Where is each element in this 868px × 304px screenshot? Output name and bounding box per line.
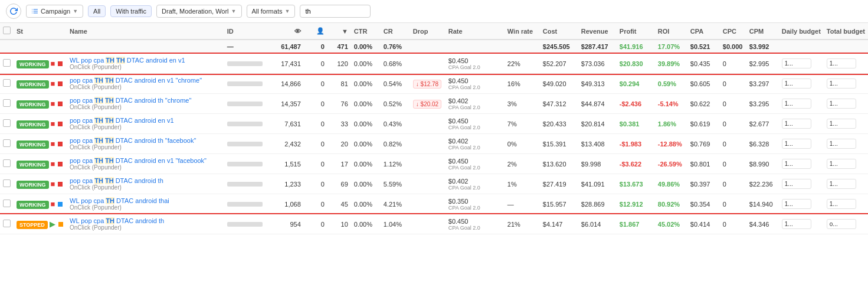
daily-budget-cell[interactable] xyxy=(779,74,824,94)
col-filter[interactable]: ▼ xyxy=(327,23,351,40)
total-budget-cell[interactable] xyxy=(824,154,868,174)
daily-budget-cell[interactable] xyxy=(779,214,824,234)
row-checkbox[interactable] xyxy=(3,179,11,187)
formats-dropdown[interactable]: All formats ▼ xyxy=(247,5,296,18)
campaign-name[interactable]: pop cpa TH TH DTAC android th "chrome" xyxy=(70,97,221,104)
pause-button[interactable]: ■ xyxy=(51,159,55,168)
col-ctr[interactable]: CTR xyxy=(351,23,381,40)
row-checkbox[interactable] xyxy=(3,79,11,87)
total-budget-cell[interactable] xyxy=(824,94,868,114)
daily-budget-input[interactable] xyxy=(782,58,811,68)
daily-budget-input[interactable] xyxy=(782,219,811,229)
play-button[interactable]: ▶ xyxy=(50,220,55,228)
pause-button[interactable]: ■ xyxy=(51,179,55,188)
col-leads[interactable]: 👤 xyxy=(304,23,327,40)
row-checkbox[interactable] xyxy=(3,139,11,147)
campaign-name[interactable]: WL pop cpa TH DTAC android thai xyxy=(70,197,221,204)
col-revenue[interactable]: Revenue xyxy=(578,23,617,40)
table-row: WORKING ■ pop cpa TH TH DTAC android th … xyxy=(0,134,868,154)
search-input[interactable] xyxy=(300,5,371,18)
daily-budget-cell[interactable] xyxy=(779,114,824,134)
col-name[interactable]: Name xyxy=(67,23,224,40)
campaign-name[interactable]: pop cpa TH TH DTAC android th xyxy=(70,177,221,184)
drop-cell: ↓ $20.02 xyxy=(410,94,446,114)
total-budget-input[interactable] xyxy=(827,79,856,89)
id-bar xyxy=(227,102,263,106)
row-checkbox[interactable] xyxy=(3,99,11,107)
filter-cell: 81 xyxy=(327,74,351,94)
total-budget-input[interactable] xyxy=(827,58,856,68)
row-checkbox[interactable] xyxy=(3,59,11,67)
pause-button[interactable]: ■ xyxy=(51,59,55,68)
daily-budget-input[interactable] xyxy=(782,199,811,209)
daily-budget-input[interactable] xyxy=(782,99,811,109)
refresh-button[interactable] xyxy=(6,4,21,19)
daily-budget-cell[interactable] xyxy=(779,154,824,174)
pause-button[interactable]: ■ xyxy=(51,99,55,108)
daily-budget-cell[interactable] xyxy=(779,194,824,214)
leads-cell: 0 xyxy=(304,214,327,234)
winrate-cell: 7% xyxy=(505,114,540,134)
total-budget-input[interactable] xyxy=(827,179,856,189)
daily-budget-input[interactable] xyxy=(782,159,811,169)
total-budget-cell[interactable] xyxy=(824,174,868,194)
campaign-name[interactable]: pop cpa TH TH DTAC android th "facebook" xyxy=(70,137,221,144)
col-rate[interactable]: Rate xyxy=(446,23,505,40)
total-budget-cell[interactable] xyxy=(824,194,868,214)
col-total-budget[interactable]: Total budget xyxy=(824,23,868,40)
col-cr[interactable]: CR xyxy=(381,23,410,40)
total-budget-cell[interactable] xyxy=(824,114,868,134)
table-row: STOPPED ▶ WL pop cpa TH DTAC android th … xyxy=(0,214,868,234)
status-dropdown[interactable]: Draft, Moderation, Worl ▼ xyxy=(156,5,241,18)
row-checkbox[interactable] xyxy=(3,119,11,127)
col-winrate[interactable]: Win rate xyxy=(505,23,540,40)
campaign-name[interactable]: WL pop cpa TH TH DTAC android en v1 xyxy=(70,57,221,64)
col-cpc[interactable]: CPC xyxy=(720,23,746,40)
col-cpa[interactable]: CPA xyxy=(687,23,720,40)
with-traffic-filter[interactable]: With traffic xyxy=(110,5,152,17)
row-checkbox[interactable] xyxy=(3,159,11,167)
pause-button[interactable]: ■ xyxy=(51,139,55,148)
daily-budget-cell[interactable] xyxy=(779,134,824,154)
campaign-name[interactable]: WL pop cpa TH DTAC android th xyxy=(70,217,221,224)
total-budget-input[interactable] xyxy=(827,159,856,169)
total-budget-cell[interactable] xyxy=(824,54,868,74)
total-budget-input[interactable] xyxy=(827,219,856,229)
col-cost[interactable]: Cost xyxy=(540,23,578,40)
col-views[interactable]: 👁 xyxy=(271,23,304,40)
total-budget-cell[interactable] xyxy=(824,74,868,94)
row-checkbox[interactable] xyxy=(3,200,11,207)
total-budget-cell[interactable] xyxy=(824,214,868,234)
col-cpm[interactable]: CPM xyxy=(746,23,779,40)
total-budget-input[interactable] xyxy=(827,199,856,209)
pause-button[interactable]: ■ xyxy=(51,200,55,208)
daily-budget-cell[interactable] xyxy=(779,54,824,74)
daily-budget-input[interactable] xyxy=(782,119,811,129)
col-id[interactable]: ID xyxy=(224,23,271,40)
daily-budget-cell[interactable] xyxy=(779,174,824,194)
campaign-dropdown[interactable]: Campaign ▼ xyxy=(26,5,83,18)
pause-button[interactable]: ■ xyxy=(51,79,55,88)
col-status[interactable]: St xyxy=(14,23,67,40)
col-roi[interactable]: ROI xyxy=(655,23,687,40)
total-budget-input[interactable] xyxy=(827,119,856,129)
select-all-checkbox[interactable] xyxy=(3,27,11,34)
pause-button[interactable]: ■ xyxy=(51,119,55,128)
col-profit[interactable]: Profit xyxy=(617,23,655,40)
name-cell: pop cpa TH TH DTAC android en v1 "chrome… xyxy=(67,74,224,94)
campaign-name[interactable]: pop cpa TH TH DTAC android en v1 xyxy=(70,117,221,124)
daily-budget-cell[interactable] xyxy=(779,94,824,114)
daily-budget-input[interactable] xyxy=(782,139,811,149)
daily-budget-input[interactable] xyxy=(782,79,811,89)
winrate-cell: 21% xyxy=(505,214,540,234)
col-drop[interactable]: Drop xyxy=(410,23,446,40)
total-budget-input[interactable] xyxy=(827,139,856,149)
daily-budget-input[interactable] xyxy=(782,179,811,189)
total-budget-input[interactable] xyxy=(827,99,856,109)
campaign-name[interactable]: pop cpa TH TH DTAC android en v1 "facebo… xyxy=(70,157,221,164)
row-checkbox[interactable] xyxy=(3,220,11,227)
all-filter[interactable]: All xyxy=(88,5,106,17)
col-daily-budget[interactable]: Daily budget xyxy=(779,23,824,40)
total-budget-cell[interactable] xyxy=(824,134,868,154)
campaign-name[interactable]: pop cpa TH TH DTAC android en v1 "chrome… xyxy=(70,77,221,84)
